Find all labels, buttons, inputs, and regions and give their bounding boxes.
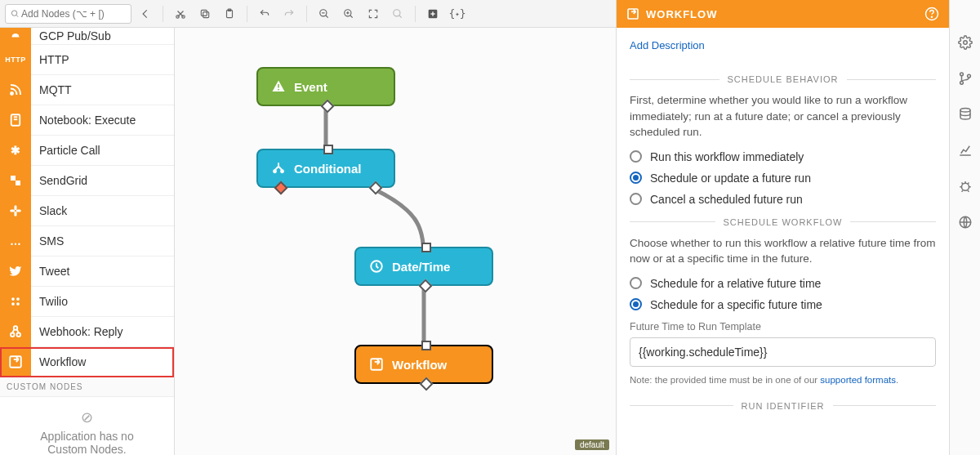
empty-text-1: Application has no — [16, 430, 158, 443]
cut-button[interactable] — [170, 3, 191, 25]
palette-item-label: Slack — [31, 204, 67, 217]
time-format-note: Note: the provided time must be in one o… — [630, 375, 936, 385]
palette-item-notebook-execute[interactable]: Notebook: Execute — [0, 105, 174, 136]
inspector-title: WORKFLOW — [646, 8, 717, 20]
right-icon-rail — [949, 0, 980, 455]
canvas-node-datetime[interactable]: Date/Time — [354, 247, 493, 286]
palette-item-gcp-pub-sub[interactable]: GCP Pub/Sub — [0, 28, 174, 45]
undo-button[interactable] — [254, 3, 275, 25]
radio-cancel-scheduled[interactable]: Cancel a scheduled future run — [630, 193, 936, 206]
schedule-desc: Choose whether to run this workflow a re… — [630, 235, 936, 267]
database-icon[interactable] — [957, 106, 973, 123]
svg-rect-31 — [10, 210, 15, 212]
svg-rect-41 — [278, 84, 279, 88]
svg-point-35 — [11, 302, 15, 306]
svg-rect-40 — [10, 356, 21, 368]
zoom-in-button[interactable] — [338, 3, 359, 25]
empty-text-2: Custom Nodes. — [16, 443, 158, 455]
canvas-node-conditional[interactable]: Conditional — [256, 149, 395, 188]
globe-icon[interactable] — [957, 214, 973, 230]
palette-item-particle-call[interactable]: ✱Particle Call — [0, 136, 174, 166]
particle-icon: ✱ — [0, 136, 31, 166]
copy-button[interactable] — [194, 3, 216, 25]
custom-nodes-empty: ⊘ Application has no Custom Nodes. — [0, 397, 174, 455]
zoom-reset-button[interactable] — [387, 3, 408, 25]
palette-item-http[interactable]: HTTPHTTP — [0, 45, 174, 75]
supported-formats-link[interactable]: supported formats — [820, 375, 896, 385]
palette-item-label: MQTT — [31, 83, 72, 96]
wifi-icon — [0, 75, 31, 105]
default-badge: default — [575, 439, 609, 450]
chart-icon[interactable] — [957, 142, 973, 158]
redo-button[interactable] — [278, 3, 300, 25]
palette-item-webhook-reply[interactable]: Webhook: Reply — [0, 317, 174, 347]
svg-point-23 — [11, 92, 13, 95]
svg-rect-30 — [15, 212, 17, 216]
inspector-header: WORKFLOW — [617, 0, 949, 28]
sms-icon: … — [0, 226, 31, 256]
svg-point-51 — [960, 73, 963, 76]
svg-point-49 — [931, 16, 932, 17]
palette-item-tweet[interactable]: Tweet — [0, 256, 174, 287]
future-time-label: Future Time to Run Template — [630, 321, 936, 332]
clock-icon — [369, 259, 384, 274]
code-braces-button[interactable]: {✦} — [447, 3, 468, 25]
back-button[interactable] — [135, 3, 156, 25]
twilio-icon — [0, 287, 31, 317]
notebook-icon — [0, 105, 31, 136]
palette-item-twilio[interactable]: Twilio — [0, 287, 174, 317]
canvas-node-event[interactable]: Event — [256, 67, 395, 106]
palette-item-sendgrid[interactable]: SendGrid — [0, 166, 174, 196]
radio-relative-time[interactable]: Schedule for a relative future time — [630, 277, 936, 290]
svg-rect-46 — [371, 359, 382, 370]
svg-rect-6 — [203, 11, 209, 17]
palette-item-label: Notebook: Execute — [31, 114, 136, 127]
workflow-icon — [0, 347, 31, 377]
palette-item-label: SMS — [31, 234, 64, 248]
palette-item-slack[interactable]: Slack — [0, 196, 174, 226]
svg-point-0 — [11, 10, 16, 15]
gear-icon[interactable] — [957, 34, 973, 51]
workflow-canvas[interactable]: Event Conditional Date/Time Workflow def… — [175, 28, 616, 455]
section-header-behavior: SCHEDULE BEHAVIOR — [719, 74, 847, 84]
palette-item-label: Tweet — [31, 265, 69, 278]
inspector-panel: WORKFLOW Add Description SCHEDULE BEHAVI… — [616, 0, 949, 455]
add-nodes-search[interactable] — [5, 4, 131, 24]
node-label: Workflow — [392, 358, 447, 372]
fit-button[interactable] — [363, 3, 384, 25]
palette-item-sms[interactable]: …SMS — [0, 226, 174, 256]
help-icon[interactable] — [924, 7, 939, 21]
add-nodes-input[interactable] — [20, 7, 126, 20]
http-icon: HTTP — [0, 45, 31, 75]
palette-item-label: Particle Call — [31, 144, 100, 157]
svg-point-43 — [274, 170, 276, 172]
zoom-out-button[interactable] — [314, 3, 335, 25]
canvas-node-workflow[interactable]: Workflow — [354, 345, 493, 384]
palette-item-label: Workflow — [31, 355, 86, 368]
svg-line-16 — [350, 15, 353, 17]
palette-item-label: Twilio — [31, 295, 68, 308]
palette-item-mqtt[interactable]: MQTT — [0, 75, 174, 105]
future-time-input[interactable] — [630, 337, 936, 367]
svg-point-17 — [394, 9, 400, 16]
svg-rect-29 — [15, 205, 17, 210]
svg-point-44 — [281, 170, 283, 172]
branch-icon[interactable] — [957, 70, 973, 87]
node-label: Conditional — [294, 162, 362, 176]
node-label: Date/Time — [392, 260, 450, 274]
add-description-link[interactable]: Add Description — [630, 39, 705, 51]
svg-point-50 — [963, 41, 967, 45]
workflow-icon — [626, 7, 639, 20]
palette-item-label: SendGrid — [31, 174, 87, 187]
radio-schedule-future[interactable]: Schedule or update a future run — [630, 172, 936, 185]
svg-rect-47 — [628, 9, 638, 19]
palette-item-workflow[interactable]: Workflow — [0, 347, 174, 377]
bug-icon[interactable] — [957, 178, 973, 194]
radio-specific-time[interactable]: Schedule for a specific future time — [630, 298, 936, 311]
paste-button[interactable] — [219, 3, 240, 25]
palette-item-label: Webhook: Reply — [31, 325, 122, 338]
slack-icon — [0, 196, 31, 226]
add-node-button[interactable] — [422, 3, 443, 25]
radio-run-immediately[interactable]: Run this workflow immediately — [630, 150, 936, 163]
no-icon: ⊘ — [16, 408, 158, 426]
